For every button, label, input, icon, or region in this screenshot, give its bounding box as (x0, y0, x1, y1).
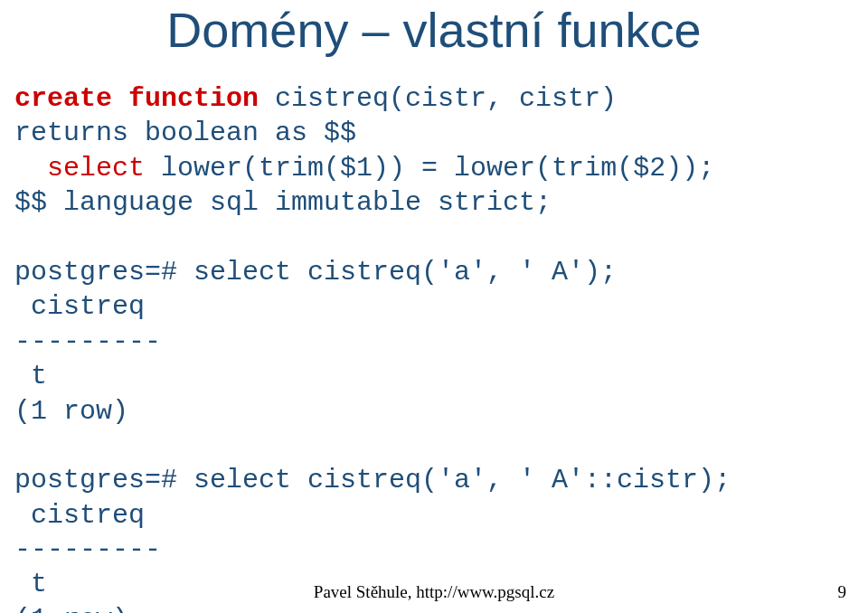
keyword-create-function: create function (14, 83, 259, 114)
code-text: --------- (14, 326, 161, 357)
code-text: (1 row) (14, 604, 128, 613)
code-text: returns boolean as $$ (14, 118, 356, 148)
code-text: lower(trim($1)) = lower(trim($2)); (145, 153, 714, 184)
slide: Domény – vlastní funkce create function … (0, 0, 868, 613)
keyword-select: select (47, 153, 145, 184)
code-text: postgres=# select cistreq('a', ' A'); (14, 257, 617, 288)
slide-title: Domény – vlastní funkce (0, 2, 868, 58)
footer-text: Pavel Stěhule, http://www.pgsql.cz (0, 582, 868, 602)
code-text (14, 153, 47, 184)
code-block: create function cistreq(cistr, cistr) re… (14, 81, 854, 613)
page-number: 9 (838, 582, 847, 602)
code-text: $$ language sql immutable strict; (14, 187, 552, 218)
code-text: t (14, 361, 47, 391)
code-text: (1 row) (14, 396, 128, 427)
code-text: postgres=# select cistreq('a', ' A'::cis… (14, 465, 731, 495)
code-text: cistreq(cistr, cistr) (259, 83, 617, 114)
code-text: cistreq (14, 500, 161, 531)
code-text: --------- (14, 534, 161, 565)
code-text: cistreq (14, 291, 161, 322)
